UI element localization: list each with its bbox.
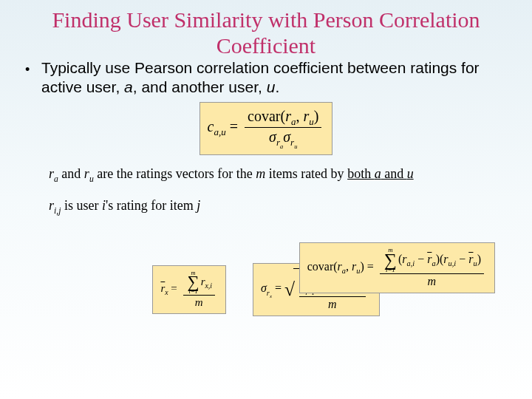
var-u: u (267, 78, 276, 95)
bullet-part2: , and another user, (133, 78, 267, 95)
bullet-text: • Typically use Pearson correlation coef… (0, 58, 532, 98)
slide-title: Finding User Similarity with Person Corr… (0, 0, 532, 58)
note-1: ra and ru are the ratings vectors for th… (0, 163, 532, 188)
bullet-marker: • (25, 61, 30, 78)
formula-mean: rx = m∑i=1rx,im (152, 265, 226, 314)
var-a: a (124, 78, 133, 95)
note-2: ri,j is user i's rating for item j (0, 188, 532, 219)
formula-main-block: ca,u = covar(ra, ru)σraσru (0, 102, 532, 155)
formula-covar: covar(ra, ru) = m∑i=1(ra,i − ra)(ru,i − … (299, 242, 495, 293)
formula-main: ca,u = covar(ra, ru)σraσru (200, 102, 333, 155)
bullet-part3: . (275, 78, 279, 95)
